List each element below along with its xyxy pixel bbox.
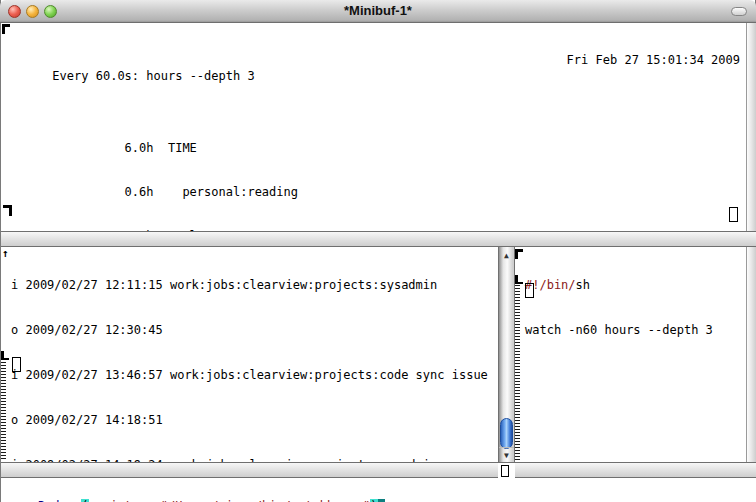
timelog-pane[interactable]: i 2009/02/27 12:11:15 work:jobs:clearvie… [1,247,498,462]
buffer-end-corner-icon [3,205,12,216]
term-scrollbar-track[interactable] [746,23,756,231]
scroll-up-icon[interactable]: ▲ [499,248,514,263]
window-title: *Minibuf-1* [0,3,756,18]
timelog-entry: o 2009/02/27 12:30:45 [11,322,498,339]
script-pane[interactable]: #!/bin/sh watch -n60 hours --depth 3 [515,247,746,462]
scroll-down-icon[interactable]: ▼ [499,447,514,462]
buffer-top-corner-icon [515,249,523,259]
empty-lines-hatch [1,362,6,460]
watch-command-text: Every 60.0s: hours --depth 3 [52,69,254,83]
buffer-end-corner-icon [1,351,9,360]
up-arrow-icon: ↑ [2,248,9,260]
buffer-end-corner-icon [515,275,523,284]
ansi-term-pane[interactable]: Every 60.0s: hours --depth 3 Fri Feb 27 … [1,23,746,231]
buffer-top-corner-icon [2,24,10,34]
timelog-scrollbar[interactable]: ▲ ▼ [498,247,515,462]
script-hollow-cursor [525,283,534,298]
modeline-ansi-term[interactable]: -u:** *ansi-term* All (13,101) (Term: ch… [1,231,756,247]
timelog-hollow-cursor [12,357,21,372]
modeline-timelog[interactable]: --:-- current.timelog Bot (3726,0) darcs… [1,462,498,478]
scrollbar-thumb[interactable] [500,418,513,449]
blank-line [9,96,746,112]
report-line: 0.6h personal:reading [9,184,746,200]
title-bar[interactable]: *Minibuf-1* [0,0,756,23]
report-line: 6.0h TIME [9,140,746,156]
shebang-line: #!/bin/sh [525,277,746,294]
script-scrollbar-track[interactable] [746,247,756,462]
modeline-gap [498,462,515,478]
toolbar-pill-button[interactable] [731,7,747,16]
modeline-gap-box [501,465,509,477]
empty-lines-hatch [515,285,520,460]
command-line: watch -n60 hours --depth 3 [525,322,746,339]
modeline-watchhours[interactable]: --:-- watchhours All (3,0)------------ [515,462,756,478]
timelog-entry: i 2009/02/27 13:46:57 work:jobs:clearvie… [11,367,498,384]
shebang-interp: sh [576,278,590,292]
terminal-hollow-cursor [729,207,738,222]
watch-timestamp: Fri Feb 27 15:01:34 2009 [567,52,740,68]
emacs-window: *Minibuf-1* Every 60.0s: hours --depth 3… [0,0,756,502]
timelog-entry: i 2009/02/27 12:11:15 work:jobs:clearvie… [11,277,498,294]
watch-header: Every 60.0s: hours --depth 3 Fri Feb 27 … [9,52,746,68]
timelog-entry: o 2009/02/27 14:18:51 [11,412,498,429]
minibuffer[interactable]: Redo: (ansi-term "/Users/simon/bin/watch… [1,478,756,502]
